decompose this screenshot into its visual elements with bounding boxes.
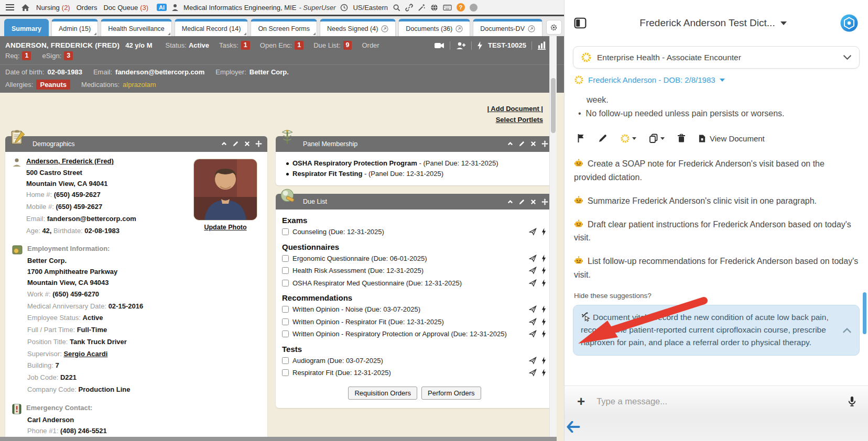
send-order-icon[interactable] — [529, 228, 537, 236]
send-order-icon[interactable] — [529, 330, 537, 338]
due-list-count-badge[interactable]: 9 — [343, 41, 352, 50]
allergy-badge[interactable]: Peanuts — [36, 80, 70, 90]
trash-icon[interactable] — [677, 134, 686, 143]
assistant-logo[interactable] — [840, 14, 859, 32]
nav-item-nursing[interactable]: Nursing(2) — [36, 4, 70, 12]
suggestion-item[interactable]: Draft clear patient instructions for Fre… — [574, 218, 859, 245]
tab-admin[interactable]: Admin (15) — [51, 19, 98, 36]
collapse-icon[interactable] — [507, 199, 514, 205]
demographics-portlet-header[interactable]: Demographics — [5, 136, 267, 152]
lightning-icon[interactable] — [477, 41, 483, 50]
wand-icon[interactable] — [418, 4, 426, 12]
edit-icon[interactable] — [518, 199, 525, 205]
perform-now-icon[interactable] — [541, 228, 546, 236]
tab-summary[interactable]: Summary — [4, 19, 49, 36]
due-item-checkbox[interactable] — [282, 330, 289, 337]
req-count-badge[interactable]: 1 — [22, 51, 31, 60]
attach-plus-button[interactable]: + — [577, 394, 585, 408]
due-list-header[interactable]: Due List — [276, 194, 554, 210]
panel-scrollbar-thumb[interactable] — [863, 292, 866, 334]
external-link-icon[interactable] — [455, 25, 463, 32]
view-document-button[interactable]: View Document — [698, 134, 765, 143]
collapse-panel-arrow[interactable] — [567, 421, 580, 433]
tab-health-surveillance[interactable]: Health Surveillance — [101, 19, 172, 36]
keyboard-icon[interactable] — [443, 5, 452, 10]
perform-now-icon[interactable] — [541, 305, 546, 313]
nav-item-orders[interactable]: Orders — [77, 4, 97, 12]
side-panel-toggle-icon[interactable] — [574, 17, 587, 29]
globe-icon[interactable] — [430, 4, 438, 12]
due-item-checkbox[interactable] — [282, 357, 289, 364]
clock-icon[interactable] — [340, 4, 348, 12]
help-icon[interactable]: ? — [457, 3, 465, 12]
suggestion-item[interactable]: List follow-up recommendations for Frede… — [574, 255, 859, 282]
move-icon[interactable] — [541, 140, 548, 147]
add-document-link[interactable]: | Add Document | — [0, 103, 543, 114]
edit-icon[interactable] — [232, 140, 239, 147]
external-link-icon[interactable] — [381, 25, 388, 32]
medications-value[interactable]: alprazolam — [123, 81, 156, 89]
due-item-checkbox[interactable] — [282, 228, 289, 235]
tab-on-screen-forms[interactable]: On Screen Forms — [251, 19, 317, 36]
chevron-down-icon[interactable] — [843, 54, 852, 60]
microphone-icon[interactable] — [848, 396, 856, 407]
hide-suggestions-link[interactable]: Hide these suggestions? — [574, 292, 868, 300]
collapse-icon[interactable] — [507, 140, 514, 147]
send-order-icon[interactable] — [529, 279, 537, 287]
perform-now-icon[interactable] — [541, 255, 546, 262]
edit-icon[interactable] — [518, 140, 525, 147]
search-icon[interactable] — [393, 4, 400, 12]
external-link-icon[interactable] — [528, 25, 535, 32]
flag-icon[interactable] — [577, 134, 585, 143]
account-name[interactable]: Medical Informatics Engineering, MIE — [183, 4, 296, 12]
esign-count-badge[interactable]: 3 — [64, 51, 73, 60]
select-portlets-link[interactable]: Select Portlets — [0, 114, 543, 125]
perform-now-icon[interactable] — [541, 330, 546, 338]
copy-menu-button[interactable] — [649, 134, 665, 143]
tab-needs-signed[interactable]: Needs Signed (4) — [320, 19, 396, 36]
scrollbar-thumb[interactable] — [551, 78, 556, 133]
send-order-icon[interactable] — [529, 369, 537, 377]
vertical-scrollbar[interactable] — [549, 36, 557, 441]
tab-documents-dv[interactable]: Documents-DV — [473, 19, 542, 36]
due-item-checkbox[interactable] — [282, 306, 289, 313]
send-order-icon[interactable] — [529, 255, 537, 262]
ai-badge[interactable]: AI — [157, 4, 167, 11]
supervisor-link[interactable]: Sergio Acardi — [63, 350, 107, 358]
suggestion-item[interactable]: Create a SOAP note for Frederick Anderso… — [574, 157, 859, 184]
close-icon[interactable] — [244, 140, 251, 147]
open-enc-count-badge[interactable]: 1 — [295, 41, 303, 50]
due-item-checkbox[interactable] — [282, 255, 289, 262]
perform-now-icon[interactable] — [541, 318, 546, 326]
perform-now-icon[interactable] — [541, 369, 546, 377]
perform-now-icon[interactable] — [541, 357, 546, 365]
encounter-selector[interactable]: Enterprise Health - Associate Encounter — [573, 46, 860, 69]
close-icon[interactable] — [530, 199, 537, 205]
video-camera-icon[interactable] — [434, 42, 444, 49]
chart-stats-icon[interactable] — [537, 41, 547, 50]
tasks-count-badge[interactable]: 1 — [241, 41, 250, 50]
close-icon[interactable] — [530, 140, 537, 147]
due-item-checkbox[interactable] — [282, 369, 289, 376]
due-item-checkbox[interactable] — [282, 267, 289, 274]
move-icon[interactable] — [255, 140, 262, 147]
requisition-orders-button[interactable]: Requisition Orders — [348, 387, 417, 400]
add-person-icon[interactable] — [455, 41, 466, 50]
move-icon[interactable] — [541, 199, 548, 205]
highlighted-suggestion[interactable]: Document vitals, record the new conditio… — [573, 305, 860, 356]
tab-medical-record[interactable]: Medical Record (14) — [175, 19, 248, 36]
due-item-checkbox[interactable] — [282, 318, 289, 325]
nav-item-doc-queue[interactable]: Doc Queue(3) — [103, 4, 148, 12]
send-order-icon[interactable] — [529, 318, 537, 326]
tab-settings-button[interactable] — [546, 20, 562, 35]
collapse-chevron-icon[interactable] — [842, 327, 852, 333]
order-link[interactable]: Order — [362, 41, 379, 49]
home-icon[interactable] — [21, 4, 30, 12]
panel-membership-header[interactable]: Panel Membership — [276, 136, 554, 152]
tab-documents[interactable]: Documents (36) — [398, 19, 470, 36]
edit-pencil-icon[interactable] — [598, 134, 607, 143]
send-order-icon[interactable] — [529, 357, 537, 365]
suggestion-item[interactable]: Summarize Frederick Anderson's clinic vi… — [574, 194, 859, 208]
send-order-icon[interactable] — [529, 267, 537, 274]
due-item-checkbox[interactable] — [282, 280, 289, 286]
